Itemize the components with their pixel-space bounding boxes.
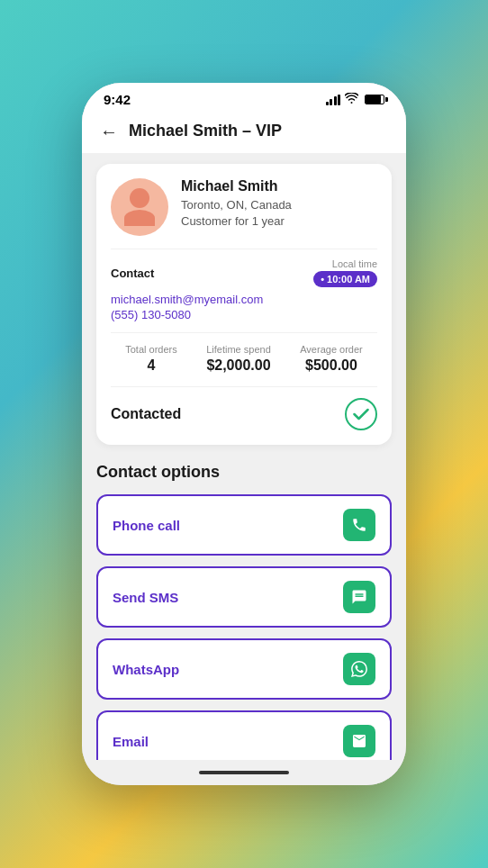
contact-label: Contact bbox=[111, 267, 154, 280]
email-button[interactable]: Email bbox=[96, 710, 392, 760]
contacted-label: Contacted bbox=[111, 406, 181, 422]
customer-tenure: Customer for 1 year bbox=[181, 213, 377, 230]
sms-icon bbox=[343, 581, 375, 613]
phone-call-button[interactable]: Phone call bbox=[96, 494, 392, 556]
status-bar: 9:42 bbox=[82, 83, 406, 113]
customer-location: Toronto, ON, Canada bbox=[181, 197, 377, 213]
stat-lifetime-spend-value: $2,000.00 bbox=[206, 357, 271, 374]
signal-icon bbox=[326, 95, 341, 105]
content-area: Michael Smith Toronto, ON, Canada Custom… bbox=[82, 153, 406, 760]
stat-total-orders: Total orders 4 bbox=[125, 344, 176, 374]
contacted-check[interactable] bbox=[345, 398, 377, 430]
email-label: Email bbox=[113, 734, 149, 749]
contact-options-section: Contact options Phone call Send SMS bbox=[96, 463, 392, 760]
customer-details: Michael Smith Toronto, ON, Canada Custom… bbox=[181, 178, 377, 230]
whatsapp-icon bbox=[343, 653, 375, 685]
customer-card: Michael Smith Toronto, ON, Canada Custom… bbox=[96, 164, 392, 445]
phone-frame: 9:42 ← Michael Smith – bbox=[82, 83, 406, 785]
avatar bbox=[111, 178, 168, 236]
page-title: Michael Smith – VIP bbox=[129, 122, 282, 140]
email-icon bbox=[343, 725, 375, 757]
local-time-area: Local time • 10:00 AM bbox=[313, 258, 377, 287]
stat-average-order-value: $500.00 bbox=[300, 357, 363, 374]
home-indicator bbox=[82, 760, 406, 785]
battery-icon bbox=[365, 95, 384, 104]
home-bar bbox=[199, 771, 289, 774]
whatsapp-button[interactable]: WhatsApp bbox=[96, 638, 392, 700]
customer-info-row: Michael Smith Toronto, ON, Canada Custom… bbox=[111, 178, 377, 236]
local-time-label: Local time bbox=[332, 258, 377, 269]
phone-call-label: Phone call bbox=[113, 518, 180, 533]
contact-options-title: Contact options bbox=[96, 463, 392, 482]
phone-icon bbox=[343, 509, 375, 541]
stat-lifetime-spend: Lifetime spend $2,000.00 bbox=[206, 344, 271, 374]
stats-row: Total orders 4 Lifetime spend $2,000.00 … bbox=[111, 332, 377, 374]
stat-total-orders-value: 4 bbox=[125, 357, 176, 374]
contact-email[interactable]: michael.smith@myemail.com bbox=[111, 293, 377, 306]
whatsapp-label: WhatsApp bbox=[113, 662, 179, 677]
stat-lifetime-spend-label: Lifetime spend bbox=[206, 344, 271, 355]
stat-average-order-label: Average order bbox=[300, 344, 363, 355]
contact-phone[interactable]: (555) 130-5080 bbox=[111, 308, 377, 321]
header: ← Michael Smith – VIP bbox=[82, 113, 406, 153]
back-button[interactable]: ← bbox=[100, 122, 118, 140]
stat-total-orders-label: Total orders bbox=[125, 344, 176, 355]
send-sms-label: Send SMS bbox=[113, 590, 178, 605]
wifi-icon bbox=[345, 93, 358, 106]
status-time: 9:42 bbox=[104, 92, 131, 107]
send-sms-button[interactable]: Send SMS bbox=[96, 566, 392, 628]
local-time-badge: • 10:00 AM bbox=[313, 271, 377, 287]
status-icons bbox=[326, 93, 385, 106]
contact-header-row: Contact Local time • 10:00 AM bbox=[111, 258, 377, 287]
contacted-row: Contacted bbox=[111, 386, 377, 430]
stat-average-order: Average order $500.00 bbox=[300, 344, 363, 374]
contact-section: Contact Local time • 10:00 AM michael.sm… bbox=[111, 249, 377, 321]
customer-name: Michael Smith bbox=[181, 178, 377, 194]
